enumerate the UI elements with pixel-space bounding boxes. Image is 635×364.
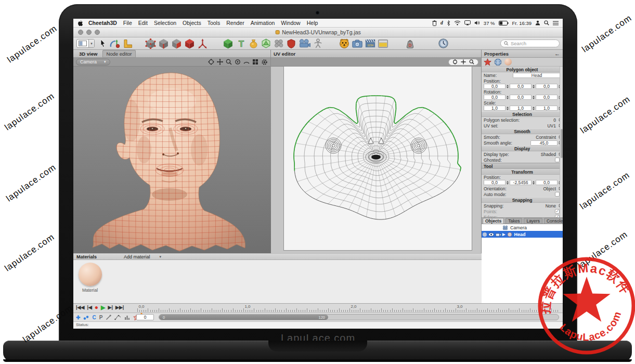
- step-back-button[interactable]: |◀: [87, 305, 92, 310]
- key-points-icon[interactable]: [83, 315, 89, 320]
- render-dot-icon[interactable]: [483, 232, 487, 237]
- menu-objects[interactable]: Objects: [183, 20, 201, 26]
- point-mode-button[interactable]: [145, 38, 156, 49]
- orbit-icon[interactable]: [208, 59, 214, 65]
- material-properties-tab-icon[interactable]: [504, 58, 512, 66]
- timeline-range-fill[interactable]: 0 120: [159, 315, 328, 320]
- step-forward-button[interactable]: ▶|: [108, 305, 113, 310]
- tab-node-editor[interactable]: Node editor: [102, 50, 135, 58]
- tab-layers[interactable]: Layers: [524, 218, 542, 224]
- add-text-button[interactable]: T: [237, 38, 246, 49]
- time-tool-button[interactable]: [438, 38, 448, 49]
- animation-render-button[interactable]: 1234: [365, 38, 375, 49]
- key-rotation-icon[interactable]: C: [92, 315, 96, 320]
- stepper[interactable]: [507, 96, 509, 99]
- go-end-button[interactable]: ▶▶|: [115, 305, 124, 310]
- volume-icon[interactable]: [474, 20, 480, 25]
- menu-edit[interactable]: Edit: [138, 20, 148, 26]
- scale-z-field[interactable]: 1,0: [536, 106, 558, 111]
- tool-position-z-field[interactable]: 0,0: [536, 180, 558, 185]
- position-x-field[interactable]: 0,0: [484, 84, 506, 89]
- edge-mode-button[interactable]: [158, 38, 169, 49]
- quad-view-icon[interactable]: [252, 59, 258, 65]
- smooth-angle-field[interactable]: 45,0: [530, 140, 558, 146]
- add-camera-button[interactable]: [299, 38, 310, 49]
- stepper[interactable]: [533, 85, 535, 88]
- tool-position-x-field[interactable]: 0,0: [484, 180, 506, 185]
- weight-tool-button[interactable]: D: [406, 38, 414, 49]
- rotate-view-icon[interactable]: [235, 59, 241, 65]
- axis-mode-button[interactable]: [197, 38, 208, 49]
- 3d-viewport[interactable]: [73, 67, 271, 253]
- stepper[interactable]: [507, 181, 509, 185]
- back-arrow-icon[interactable]: ←: [554, 50, 560, 57]
- auto-mode-checkbox[interactable]: [555, 192, 560, 197]
- record-button[interactable]: ●: [95, 305, 98, 310]
- tab-console[interactable]: Console: [544, 218, 563, 224]
- zoom-button[interactable]: [95, 30, 100, 35]
- notification-center-icon[interactable]: [553, 21, 559, 25]
- menu-animation[interactable]: Animation: [251, 20, 275, 26]
- uv-canvas[interactable]: [283, 66, 472, 251]
- uv-orbit-icon[interactable]: [452, 59, 458, 64]
- disclosure-triangle-icon[interactable]: ▶: [502, 232, 505, 237]
- add-character-button[interactable]: [314, 38, 322, 49]
- object-mode-button[interactable]: [184, 38, 195, 49]
- ruler-tool-button[interactable]: [123, 38, 133, 49]
- stepper[interactable]: [507, 107, 509, 110]
- rotation-y-field[interactable]: 0,0: [510, 95, 532, 100]
- window-title-bar[interactable]: NewHead3-UVUnwrap_byTg.jas: [73, 28, 563, 37]
- stepper[interactable]: [533, 96, 535, 99]
- cheetah-button[interactable]: [339, 38, 349, 49]
- menu-selection[interactable]: Selection: [154, 20, 176, 26]
- frame-number-input[interactable]: [136, 314, 154, 320]
- wifi-icon[interactable]: [454, 20, 461, 25]
- bluetooth-icon[interactable]: [447, 20, 450, 26]
- pan-icon[interactable]: [217, 59, 223, 65]
- rotation-z-field[interactable]: 0,0: [536, 95, 558, 100]
- material-sphere[interactable]: [79, 263, 102, 286]
- timeline-range-slider[interactable]: 0 120: [159, 314, 559, 320]
- user-icon[interactable]: [535, 20, 540, 25]
- tab-3d-view[interactable]: 3D view: [76, 50, 100, 57]
- object-properties-tab-star-icon[interactable]: [484, 58, 491, 66]
- spotlight-icon[interactable]: [544, 20, 549, 25]
- menu-extra-d[interactable]: d: [440, 20, 443, 25]
- list-item-camera[interactable]: Camera: [482, 224, 563, 231]
- app-menu[interactable]: Cheetah3D: [88, 20, 117, 26]
- menu-render[interactable]: Render: [226, 20, 244, 26]
- arc-icon[interactable]: [243, 59, 250, 65]
- add-particles-button[interactable]: [274, 38, 284, 49]
- scale-x-field[interactable]: 1,0: [484, 106, 506, 111]
- uv-properties-tab-icon[interactable]: [494, 58, 502, 66]
- tool-position-y-field[interactable]: -2,5456: [510, 180, 532, 185]
- uv-zoom-icon[interactable]: [469, 59, 474, 64]
- name-field[interactable]: Head: [513, 73, 561, 78]
- uv-pan-icon[interactable]: [461, 59, 466, 64]
- play-button[interactable]: ▶: [101, 305, 105, 310]
- chart-bars-icon[interactable]: [124, 315, 130, 320]
- menu-file[interactable]: File: [123, 20, 132, 26]
- stepper[interactable]: [533, 107, 535, 110]
- tab-takes[interactable]: Takes: [506, 218, 522, 224]
- points-checkbox[interactable]: [555, 209, 560, 214]
- menu-help[interactable]: Help: [307, 20, 318, 26]
- zoom-icon[interactable]: [226, 59, 232, 65]
- tab-objects[interactable]: Objects: [483, 218, 504, 224]
- menubar-clock[interactable]: Fr. 16:39: [512, 20, 532, 26]
- close-button[interactable]: [78, 30, 83, 35]
- timeline-ruler[interactable]: |◀◀ |◀ ● ▶ ▶| ▶▶| 0,01,02,03,0: [73, 304, 563, 313]
- list-item-head[interactable]: ▶ Head: [482, 231, 563, 238]
- stepper[interactable]: [533, 181, 535, 185]
- position-z-field[interactable]: 0,0: [536, 84, 558, 89]
- visibility-eye-icon[interactable]: [488, 232, 494, 237]
- position-y-field[interactable]: 0,0: [510, 84, 532, 89]
- menu-tools[interactable]: Tools: [208, 20, 221, 26]
- go-start-button[interactable]: |◀◀: [76, 305, 84, 310]
- scale-y-field[interactable]: 1,0: [510, 106, 532, 111]
- menu-window[interactable]: Window: [281, 20, 300, 26]
- rotation-x-field[interactable]: 0,0: [484, 95, 506, 100]
- transform-tool-button[interactable]: [109, 38, 120, 49]
- ghosted-checkbox[interactable]: [555, 158, 560, 162]
- add-polygon-button[interactable]: [223, 38, 234, 49]
